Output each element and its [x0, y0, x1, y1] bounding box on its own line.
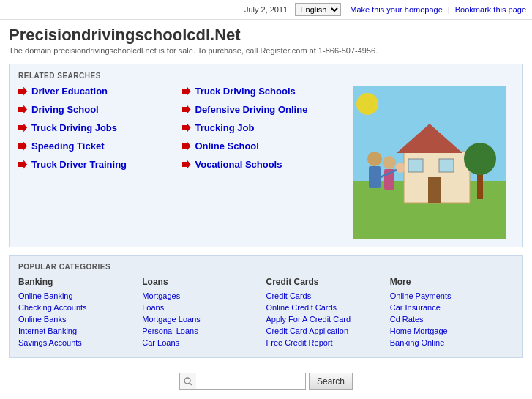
category-title: Banking — [18, 277, 135, 287]
related-link[interactable]: Truck Driving Schools — [195, 86, 296, 97]
category-link[interactable]: Car Insurance — [390, 303, 506, 312]
search-input[interactable] — [196, 373, 306, 390]
link-arrow-icon — [182, 142, 191, 151]
homepage-link[interactable]: Make this your homepage — [350, 5, 443, 14]
related-links-col1: Driver EducationDriving SchoolTruck Driv… — [18, 86, 182, 177]
category-title: Loans — [142, 277, 258, 287]
svg-line-17 — [190, 383, 192, 385]
category-link[interactable]: Mortgage Loans — [142, 315, 258, 324]
link-arrow-icon — [182, 87, 191, 96]
category-link[interactable]: Banking Online — [390, 338, 506, 347]
link-arrow-icon — [18, 124, 27, 133]
category-link[interactable]: Online Credit Cards — [266, 303, 383, 312]
related-link-item: Truck Driving Jobs — [18, 122, 182, 133]
category-link[interactable]: Mortgages — [142, 291, 258, 300]
related-link[interactable]: Defensive Driving Online — [195, 104, 308, 115]
svg-point-9 — [383, 156, 396, 169]
link-arrow-icon — [182, 105, 191, 114]
related-searches-box: RELATED SEARCHES Driver EducationDriving… — [9, 64, 523, 247]
category-link[interactable]: Loans — [142, 303, 258, 312]
link-arrow-icon — [18, 142, 27, 151]
separator: | — [448, 5, 450, 14]
related-link-item: Trucking Job — [182, 122, 346, 133]
search-button[interactable]: Search — [309, 373, 353, 390]
category-title: Credit Cards — [266, 277, 383, 287]
search-area: Search — [0, 364, 532, 395]
site-description: The domain precisiondrivingschoolcdl.net… — [9, 46, 523, 55]
svg-rect-5 — [408, 159, 423, 172]
related-link-item: Defensive Driving Online — [182, 104, 346, 115]
photo-area — [353, 86, 514, 239]
category-link[interactable]: Cd Rates — [390, 315, 506, 324]
related-link[interactable]: Speeding Ticket — [31, 141, 104, 152]
category-column: Credit CardsCredit CardsOnline Credit Ca… — [266, 277, 390, 350]
category-link[interactable]: Credit Cards — [266, 291, 383, 300]
category-link[interactable]: Online Payments — [390, 291, 506, 300]
popular-categories-box: POPULAR CATEGORIES BankingOnline Banking… — [9, 255, 523, 358]
link-arrow-icon — [182, 124, 191, 133]
category-link[interactable]: Internet Banking — [18, 327, 135, 335]
related-link-item: Vocational Schools — [182, 159, 346, 170]
related-link-item: Truck Driver Training — [18, 159, 182, 170]
category-link[interactable]: Home Mortgage — [390, 327, 506, 335]
svg-point-14 — [464, 143, 496, 175]
link-arrow-icon — [18, 87, 27, 96]
category-link[interactable]: Online Banks — [18, 315, 135, 324]
category-title: More — [390, 277, 506, 287]
link-arrow-icon — [18, 160, 27, 169]
related-link-item: Driving School — [18, 104, 182, 115]
svg-rect-8 — [369, 166, 381, 188]
language-select[interactable]: English — [295, 3, 341, 16]
category-link[interactable]: Free Credit Report — [266, 338, 383, 347]
search-icon-box — [179, 373, 196, 390]
svg-point-11 — [395, 163, 405, 173]
related-link[interactable]: Driving School — [31, 104, 99, 115]
related-link-item: Speeding Ticket — [18, 141, 182, 152]
svg-rect-6 — [439, 159, 454, 172]
related-link-item: Driver Education — [18, 86, 182, 97]
related-link-item: Online School — [182, 141, 346, 152]
popular-categories-label: POPULAR CATEGORIES — [18, 263, 514, 271]
category-column: MoreOnline PaymentsCar InsuranceCd Rates… — [390, 277, 514, 350]
related-link[interactable]: Truck Driver Training — [31, 159, 127, 170]
categories-grid: BankingOnline BankingChecking AccountsOn… — [18, 277, 514, 350]
related-links-col2: Truck Driving SchoolsDefensive Driving O… — [182, 86, 346, 177]
category-link[interactable]: Personal Loans — [142, 327, 258, 335]
related-link[interactable]: Trucking Job — [195, 122, 255, 133]
category-link[interactable]: Car Loans — [142, 338, 258, 347]
privacy-area: Privacy Policy — [0, 395, 532, 399]
related-link-item: Truck Driving Schools — [182, 86, 346, 97]
related-searches-label: RELATED SEARCHES — [18, 72, 514, 80]
svg-point-16 — [184, 378, 190, 384]
category-link[interactable]: Apply For A Credit Card — [266, 315, 383, 324]
link-arrow-icon — [18, 105, 27, 114]
svg-rect-4 — [428, 177, 441, 203]
svg-point-15 — [356, 93, 378, 115]
category-link[interactable]: Checking Accounts — [18, 303, 135, 312]
search-icon — [184, 377, 192, 386]
svg-point-7 — [367, 152, 382, 166]
search-form: Search — [179, 373, 353, 390]
related-link[interactable]: Online School — [195, 141, 259, 152]
date-label: July 2, 2011 — [244, 5, 288, 14]
category-column: BankingOnline BankingChecking AccountsOn… — [18, 277, 142, 350]
category-link[interactable]: Savings Accounts — [18, 338, 135, 347]
bookmark-link[interactable]: Bookmark this page — [455, 5, 526, 14]
link-arrow-icon — [182, 160, 191, 169]
site-title: Precisiondrivingschoolcdl.Net — [9, 26, 523, 45]
related-link[interactable]: Driver Education — [31, 86, 108, 97]
category-link[interactable]: Online Banking — [18, 291, 135, 300]
category-column: LoansMortgagesLoansMortgage LoansPersona… — [142, 277, 266, 350]
related-link[interactable]: Truck Driving Jobs — [31, 122, 117, 133]
category-link[interactable]: Credit Card Application — [266, 327, 383, 335]
related-link[interactable]: Vocational Schools — [195, 159, 282, 170]
